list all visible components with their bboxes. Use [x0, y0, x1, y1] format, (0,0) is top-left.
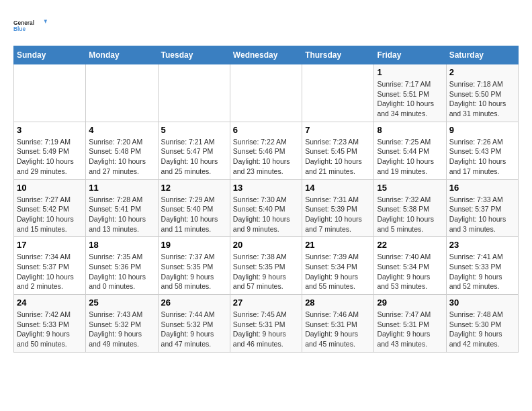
- calendar-cell: 30Sunrise: 7:48 AMSunset: 5:30 PMDayligh…: [446, 295, 518, 353]
- svg-marker-2: [44, 20, 47, 24]
- calendar-week-row: 1Sunrise: 7:17 AMSunset: 5:51 PMDaylight…: [14, 64, 519, 122]
- day-number: 17: [17, 240, 83, 250]
- day-number: 18: [89, 240, 154, 250]
- calendar-cell: 17Sunrise: 7:34 AMSunset: 5:37 PMDayligh…: [14, 237, 86, 295]
- calendar-cell: [230, 64, 302, 122]
- calendar-cell: 2Sunrise: 7:18 AMSunset: 5:50 PMDaylight…: [446, 64, 518, 122]
- day-number: 25: [89, 298, 154, 308]
- day-info: Sunrise: 7:44 AMSunset: 5:32 PMDaylight:…: [161, 310, 227, 349]
- calendar-cell: 1Sunrise: 7:17 AMSunset: 5:51 PMDaylight…: [374, 64, 446, 122]
- weekday-header-thursday: Thursday: [302, 46, 374, 64]
- calendar-cell: 18Sunrise: 7:35 AMSunset: 5:36 PMDayligh…: [86, 237, 158, 295]
- day-number: 12: [161, 183, 227, 193]
- calendar-cell: 12Sunrise: 7:29 AMSunset: 5:40 PMDayligh…: [158, 179, 230, 237]
- day-number: 29: [377, 298, 443, 308]
- calendar-cell: 4Sunrise: 7:20 AMSunset: 5:48 PMDaylight…: [86, 122, 158, 179]
- day-info: Sunrise: 7:39 AMSunset: 5:34 PMDaylight:…: [305, 252, 371, 291]
- day-info: Sunrise: 7:34 AMSunset: 5:37 PMDaylight:…: [17, 252, 83, 291]
- day-info: Sunrise: 7:19 AMSunset: 5:49 PMDaylight:…: [17, 137, 83, 177]
- day-number: 16: [449, 183, 515, 193]
- day-info: Sunrise: 7:41 AMSunset: 5:33 PMDaylight:…: [449, 252, 515, 291]
- calendar-cell: [86, 64, 158, 122]
- calendar-cell: 21Sunrise: 7:39 AMSunset: 5:34 PMDayligh…: [302, 237, 374, 295]
- day-info: Sunrise: 7:40 AMSunset: 5:34 PMDaylight:…: [377, 252, 443, 291]
- day-info: Sunrise: 7:37 AMSunset: 5:35 PMDaylight:…: [161, 252, 227, 291]
- day-number: 7: [305, 125, 371, 135]
- day-info: Sunrise: 7:21 AMSunset: 5:47 PMDaylight:…: [161, 137, 227, 177]
- day-number: 6: [233, 125, 299, 135]
- day-number: 3: [17, 125, 83, 135]
- day-number: 14: [305, 183, 371, 193]
- day-info: Sunrise: 7:38 AMSunset: 5:35 PMDaylight:…: [233, 252, 299, 291]
- day-info: Sunrise: 7:17 AMSunset: 5:51 PMDaylight:…: [377, 79, 443, 119]
- day-number: 26: [161, 298, 227, 308]
- calendar-cell: 14Sunrise: 7:31 AMSunset: 5:39 PMDayligh…: [302, 179, 374, 237]
- calendar-cell: 24Sunrise: 7:42 AMSunset: 5:33 PMDayligh…: [14, 295, 86, 353]
- calendar-cell: 10Sunrise: 7:27 AMSunset: 5:42 PMDayligh…: [14, 179, 86, 237]
- day-number: 9: [449, 125, 515, 135]
- day-info: Sunrise: 7:25 AMSunset: 5:44 PMDaylight:…: [377, 137, 443, 177]
- svg-text:Blue: Blue: [13, 26, 26, 32]
- weekday-header-row: SundayMondayTuesdayWednesdayThursdayFrid…: [14, 46, 519, 64]
- day-number: 30: [449, 298, 515, 308]
- calendar-cell: 20Sunrise: 7:38 AMSunset: 5:35 PMDayligh…: [230, 237, 302, 295]
- calendar-cell: [14, 64, 86, 122]
- logo-svg: General Blue: [13, 13, 47, 39]
- calendar-cell: 29Sunrise: 7:47 AMSunset: 5:31 PMDayligh…: [374, 295, 446, 353]
- calendar-cell: 7Sunrise: 7:23 AMSunset: 5:45 PMDaylight…: [302, 122, 374, 179]
- day-info: Sunrise: 7:26 AMSunset: 5:43 PMDaylight:…: [449, 137, 515, 177]
- weekday-header-tuesday: Tuesday: [158, 46, 230, 64]
- day-number: 8: [377, 125, 443, 135]
- calendar-cell: 3Sunrise: 7:19 AMSunset: 5:49 PMDaylight…: [14, 122, 86, 179]
- day-info: Sunrise: 7:45 AMSunset: 5:31 PMDaylight:…: [233, 310, 299, 349]
- calendar-cell: 16Sunrise: 7:33 AMSunset: 5:37 PMDayligh…: [446, 179, 518, 237]
- day-number: 10: [17, 183, 83, 193]
- calendar-table: SundayMondayTuesdayWednesdayThursdayFrid…: [13, 46, 519, 353]
- day-number: 2: [449, 67, 515, 77]
- day-number: 19: [161, 240, 227, 250]
- day-number: 28: [305, 298, 371, 308]
- calendar-week-row: 24Sunrise: 7:42 AMSunset: 5:33 PMDayligh…: [14, 295, 519, 353]
- day-info: Sunrise: 7:42 AMSunset: 5:33 PMDaylight:…: [17, 310, 83, 349]
- weekday-header-monday: Monday: [86, 46, 158, 64]
- day-info: Sunrise: 7:33 AMSunset: 5:37 PMDaylight:…: [449, 195, 515, 234]
- day-info: Sunrise: 7:29 AMSunset: 5:40 PMDaylight:…: [161, 195, 227, 234]
- day-info: Sunrise: 7:22 AMSunset: 5:46 PMDaylight:…: [233, 137, 299, 177]
- calendar-cell: 6Sunrise: 7:22 AMSunset: 5:46 PMDaylight…: [230, 122, 302, 179]
- day-info: Sunrise: 7:35 AMSunset: 5:36 PMDaylight:…: [89, 252, 154, 291]
- calendar-week-row: 3Sunrise: 7:19 AMSunset: 5:49 PMDaylight…: [14, 122, 519, 179]
- day-number: 24: [17, 298, 83, 308]
- page-header: General Blue: [13, 13, 519, 39]
- weekday-header-friday: Friday: [374, 46, 446, 64]
- day-info: Sunrise: 7:23 AMSunset: 5:45 PMDaylight:…: [305, 137, 371, 177]
- weekday-header-saturday: Saturday: [446, 46, 518, 64]
- day-info: Sunrise: 7:31 AMSunset: 5:39 PMDaylight:…: [305, 195, 371, 234]
- day-info: Sunrise: 7:18 AMSunset: 5:50 PMDaylight:…: [449, 79, 515, 119]
- calendar-cell: [158, 64, 230, 122]
- day-number: 27: [233, 298, 299, 308]
- day-info: Sunrise: 7:30 AMSunset: 5:40 PMDaylight:…: [233, 195, 299, 234]
- calendar-cell: 27Sunrise: 7:45 AMSunset: 5:31 PMDayligh…: [230, 295, 302, 353]
- day-info: Sunrise: 7:46 AMSunset: 5:31 PMDaylight:…: [305, 310, 371, 349]
- calendar-cell: 8Sunrise: 7:25 AMSunset: 5:44 PMDaylight…: [374, 122, 446, 179]
- day-number: 21: [305, 240, 371, 250]
- calendar-cell: 28Sunrise: 7:46 AMSunset: 5:31 PMDayligh…: [302, 295, 374, 353]
- calendar-cell: 15Sunrise: 7:32 AMSunset: 5:38 PMDayligh…: [374, 179, 446, 237]
- calendar-cell: 5Sunrise: 7:21 AMSunset: 5:47 PMDaylight…: [158, 122, 230, 179]
- calendar-cell: 25Sunrise: 7:43 AMSunset: 5:32 PMDayligh…: [86, 295, 158, 353]
- day-info: Sunrise: 7:20 AMSunset: 5:48 PMDaylight:…: [89, 137, 154, 177]
- weekday-header-sunday: Sunday: [14, 46, 86, 64]
- day-info: Sunrise: 7:28 AMSunset: 5:41 PMDaylight:…: [89, 195, 154, 234]
- calendar-cell: 26Sunrise: 7:44 AMSunset: 5:32 PMDayligh…: [158, 295, 230, 353]
- day-number: 5: [161, 125, 227, 135]
- day-number: 11: [89, 183, 154, 193]
- calendar-cell: [302, 64, 374, 122]
- day-number: 22: [377, 240, 443, 250]
- day-number: 15: [377, 183, 443, 193]
- day-info: Sunrise: 7:27 AMSunset: 5:42 PMDaylight:…: [17, 195, 83, 234]
- day-info: Sunrise: 7:32 AMSunset: 5:38 PMDaylight:…: [377, 195, 443, 234]
- day-info: Sunrise: 7:43 AMSunset: 5:32 PMDaylight:…: [89, 310, 154, 349]
- calendar-cell: 11Sunrise: 7:28 AMSunset: 5:41 PMDayligh…: [86, 179, 158, 237]
- day-number: 4: [89, 125, 154, 135]
- calendar-week-row: 10Sunrise: 7:27 AMSunset: 5:42 PMDayligh…: [14, 179, 519, 237]
